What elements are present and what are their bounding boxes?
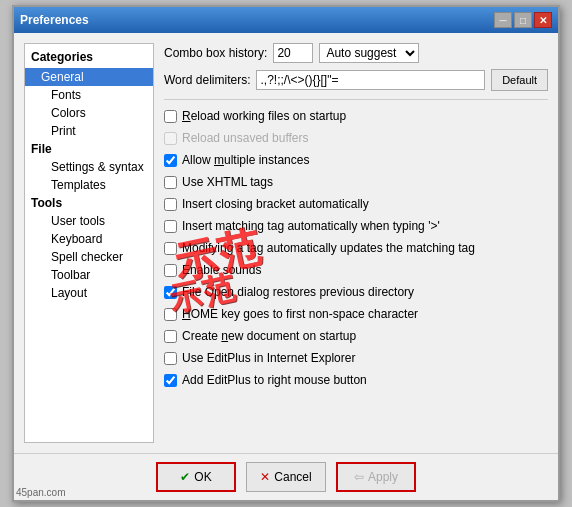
checkbox-home-key-input[interactable] <box>164 308 177 321</box>
word-delimiters-input[interactable] <box>256 70 485 90</box>
checkbox-modifying-tag-input[interactable] <box>164 242 177 255</box>
sidebar-item-colors[interactable]: Colors <box>25 104 153 122</box>
ok-label: OK <box>194 470 211 484</box>
checkbox-file-open-dialog-label: File Open dialog restores previous direc… <box>182 285 414 299</box>
checkbox-use-xhtml-input[interactable] <box>164 176 177 189</box>
checkbox-insert-closing-label: Insert closing bracket automatically <box>182 197 369 211</box>
checkbox-enable-sounds-label: Enable sounds <box>182 263 261 277</box>
word-delimiters-label: Word delimiters: <box>164 73 250 87</box>
sidebar-item-tools[interactable]: Tools <box>25 194 153 212</box>
checkbox-use-editplus-ie-label: Use EditPlus in Internet Explorer <box>182 351 355 365</box>
word-delimiters-row: Word delimiters: Default <box>164 69 548 91</box>
checkbox-insert-closing-input[interactable] <box>164 198 177 211</box>
checkbox-reload-unsaved: Reload unsaved buffers <box>164 130 548 146</box>
checkbox-enable-sounds: Enable sounds <box>164 262 548 278</box>
title-bar-buttons: ─ □ ✕ <box>494 12 552 28</box>
checkbox-add-editplus-mouse: Add EditPlus to right mouse button <box>164 372 548 388</box>
checkbox-file-open-dialog-input[interactable] <box>164 286 177 299</box>
checkbox-create-new-doc-input[interactable] <box>164 330 177 343</box>
checkbox-modifying-tag: Modifying a tag automatically updates th… <box>164 240 548 256</box>
checkbox-insert-matching-input[interactable] <box>164 220 177 233</box>
checkbox-allow-multiple-label: Allow multiple instances <box>182 153 309 167</box>
apply-label: Apply <box>368 470 398 484</box>
default-button[interactable]: Default <box>491 69 548 91</box>
checkbox-add-editplus-mouse-input[interactable] <box>164 374 177 387</box>
sidebar-item-general[interactable]: General <box>25 68 153 86</box>
site-label: 45pan.com <box>16 487 65 498</box>
checkbox-home-key: HOME key goes to first non-space charact… <box>164 306 548 322</box>
checkbox-create-new-doc-label: Create new document on startup <box>182 329 356 343</box>
minimize-button[interactable]: ─ <box>494 12 512 28</box>
title-bar: Preferences ─ □ ✕ <box>14 7 558 33</box>
ok-button[interactable]: ✔ OK <box>156 462 236 492</box>
checkbox-use-xhtml: Use XHTML tags <box>164 174 548 190</box>
sidebar-item-file[interactable]: File <box>25 140 153 158</box>
sidebar-item-templates[interactable]: Templates <box>25 176 153 194</box>
apply-button[interactable]: ⇦ Apply <box>336 462 416 492</box>
divider-1 <box>164 99 548 100</box>
sidebar-item-settings[interactable]: Settings & syntax <box>25 158 153 176</box>
checkbox-insert-matching: Insert matching tag automatically when t… <box>164 218 548 234</box>
combo-history-input[interactable] <box>273 43 313 63</box>
sidebar: Categories General Fonts Colors Print Fi… <box>24 43 154 443</box>
checkbox-home-key-label: HOME key goes to first non-space charact… <box>182 307 418 321</box>
close-button[interactable]: ✕ <box>534 12 552 28</box>
checkbox-use-xhtml-label: Use XHTML tags <box>182 175 273 189</box>
window-title: Preferences <box>20 13 89 27</box>
checkbox-use-editplus-ie-input[interactable] <box>164 352 177 365</box>
combo-history-select[interactable]: Auto suggest Manual Disabled <box>319 43 419 63</box>
checkbox-reload-working-input[interactable] <box>164 110 177 123</box>
sidebar-item-toolbar[interactable]: Toolbar <box>25 266 153 284</box>
apply-icon: ⇦ <box>354 470 364 484</box>
checkbox-add-editplus-mouse-label: Add EditPlus to right mouse button <box>182 373 367 387</box>
checkbox-create-new-doc: Create new document on startup <box>164 328 548 344</box>
checkbox-file-open-dialog: File Open dialog restores previous direc… <box>164 284 548 300</box>
dialog-footer: ✔ OK ✕ Cancel ⇦ Apply <box>14 453 558 500</box>
checkbox-enable-sounds-input[interactable] <box>164 264 177 277</box>
checkbox-reload-working: Reload working files on startup <box>164 108 548 124</box>
checkbox-reload-unsaved-label: Reload unsaved buffers <box>182 131 309 145</box>
sidebar-item-usertools[interactable]: User tools <box>25 212 153 230</box>
cancel-button[interactable]: ✕ Cancel <box>246 462 326 492</box>
main-panel: Combo box history: Auto suggest Manual D… <box>164 43 548 443</box>
sidebar-item-fonts[interactable]: Fonts <box>25 86 153 104</box>
cancel-label: Cancel <box>274 470 311 484</box>
checkbox-allow-multiple-input[interactable] <box>164 154 177 167</box>
combo-history-label: Combo box history: <box>164 46 267 60</box>
checkbox-allow-multiple: Allow multiple instances <box>164 152 548 168</box>
sidebar-item-spellchecker[interactable]: Spell checker <box>25 248 153 266</box>
ok-icon: ✔ <box>180 470 190 484</box>
checkbox-reload-working-label: Reload working files on startup <box>182 109 346 123</box>
combo-history-row: Combo box history: Auto suggest Manual D… <box>164 43 548 63</box>
dialog-content: Categories General Fonts Colors Print Fi… <box>14 33 558 453</box>
sidebar-item-layout[interactable]: Layout <box>25 284 153 302</box>
sidebar-item-keyboard[interactable]: Keyboard <box>25 230 153 248</box>
checkbox-use-editplus-ie: Use EditPlus in Internet Explorer <box>164 350 548 366</box>
checkbox-insert-matching-label: Insert matching tag automatically when t… <box>182 219 440 233</box>
checkbox-reload-unsaved-input[interactable] <box>164 132 177 145</box>
sidebar-item-print[interactable]: Print <box>25 122 153 140</box>
checkbox-modifying-tag-label: Modifying a tag automatically updates th… <box>182 241 475 255</box>
sidebar-title: Categories <box>25 48 153 68</box>
cancel-icon: ✕ <box>260 470 270 484</box>
checkbox-insert-closing: Insert closing bracket automatically <box>164 196 548 212</box>
maximize-button[interactable]: □ <box>514 12 532 28</box>
